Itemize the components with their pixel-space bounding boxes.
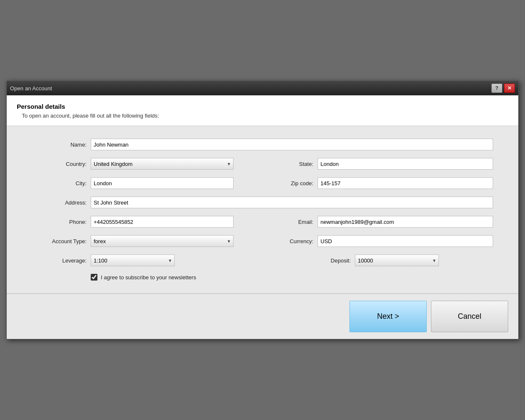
currency-input[interactable] <box>318 235 493 247</box>
email-field-group: Email: <box>259 216 493 228</box>
phone-email-row: Phone: Email: <box>32 216 493 228</box>
title-bar-controls: ? ✕ <box>491 84 515 93</box>
country-label: Country: <box>32 161 87 167</box>
newsletter-row: I agree to subscribe to your newsletters <box>91 274 493 281</box>
phone-input[interactable] <box>91 216 234 228</box>
account-type-select-wrapper: forex stocks crypto ▼ <box>91 235 234 247</box>
address-label: Address: <box>32 200 87 206</box>
account-type-label: Account Type: <box>32 238 87 244</box>
newsletter-label: I agree to subscribe to your newsletters <box>101 274 196 281</box>
name-label: Name: <box>32 142 87 148</box>
name-field-group: Name: <box>32 139 493 150</box>
footer-section: Next > Cancel <box>7 294 518 339</box>
deposit-label: Deposit: <box>296 257 351 264</box>
deposit-select-wrapper: 10000 5000 25000 50000 ▼ <box>355 255 439 266</box>
zip-input[interactable] <box>318 177 493 189</box>
next-button[interactable]: Next > <box>349 301 427 332</box>
name-row: Name: <box>32 139 493 150</box>
email-label: Email: <box>259 219 313 225</box>
header-subtitle: To open an account, please fill out all … <box>22 113 508 119</box>
email-input[interactable] <box>318 216 493 228</box>
zip-label: Zip code: <box>259 180 313 186</box>
zip-field-group: Zip code: <box>259 177 493 189</box>
account-type-select[interactable]: forex stocks crypto <box>91 235 234 247</box>
country-state-row: Country: United Kingdom ▼ State: <box>32 158 493 170</box>
leverage-select-wrapper: 1:100 1:50 1:200 1:500 ▼ <box>91 255 175 266</box>
leverage-label: Leverage: <box>32 257 87 264</box>
account-type-field-group: Account Type: forex stocks crypto ▼ <box>32 235 234 247</box>
deposit-select[interactable]: 10000 5000 25000 50000 <box>355 255 439 266</box>
cancel-button[interactable]: Cancel <box>431 301 508 332</box>
form-section: Name: Country: United Kingdom ▼ <box>7 126 518 294</box>
deposit-field-group: Deposit: 10000 5000 25000 50000 ▼ <box>296 255 493 266</box>
phone-field-group: Phone: <box>32 216 234 228</box>
phone-label: Phone: <box>32 219 87 225</box>
city-input[interactable] <box>91 177 234 189</box>
leverage-select[interactable]: 1:100 1:50 1:200 1:500 <box>91 255 175 266</box>
leverage-field-group: Leverage: 1:100 1:50 1:200 1:500 ▼ <box>32 255 229 266</box>
account-currency-row: Account Type: forex stocks crypto ▼ Curr… <box>32 235 493 247</box>
address-row: Address: <box>32 197 493 208</box>
state-label: State: <box>259 161 313 167</box>
state-input[interactable] <box>318 158 493 170</box>
country-field-group: Country: United Kingdom ▼ <box>32 158 234 170</box>
title-bar: Open an Account ? ✕ <box>7 81 518 95</box>
header-title: Personal details <box>17 103 508 110</box>
currency-label: Currency: <box>259 238 313 244</box>
dialog-content: Personal details To open an account, ple… <box>7 95 518 339</box>
country-select-wrapper: United Kingdom ▼ <box>91 158 234 170</box>
state-field-group: State: <box>259 158 493 170</box>
address-field-group: Address: <box>32 197 493 208</box>
header-section: Personal details To open an account, ple… <box>7 95 518 126</box>
city-label: City: <box>32 180 87 186</box>
city-zip-row: City: Zip code: <box>32 177 493 189</box>
dialog-title: Open an Account <box>10 85 52 92</box>
newsletter-checkbox[interactable] <box>91 274 97 281</box>
leverage-deposit-row: Leverage: 1:100 1:50 1:200 1:500 ▼ Depos… <box>32 255 493 266</box>
close-button[interactable]: ✕ <box>504 84 515 93</box>
address-input[interactable] <box>91 197 493 208</box>
country-select[interactable]: United Kingdom <box>91 158 234 170</box>
name-input[interactable] <box>91 139 493 150</box>
city-field-group: City: <box>32 177 234 189</box>
currency-field-group: Currency: <box>259 235 493 247</box>
dialog: Open an Account ? ✕ Personal details To … <box>6 81 519 339</box>
help-button[interactable]: ? <box>491 84 502 93</box>
